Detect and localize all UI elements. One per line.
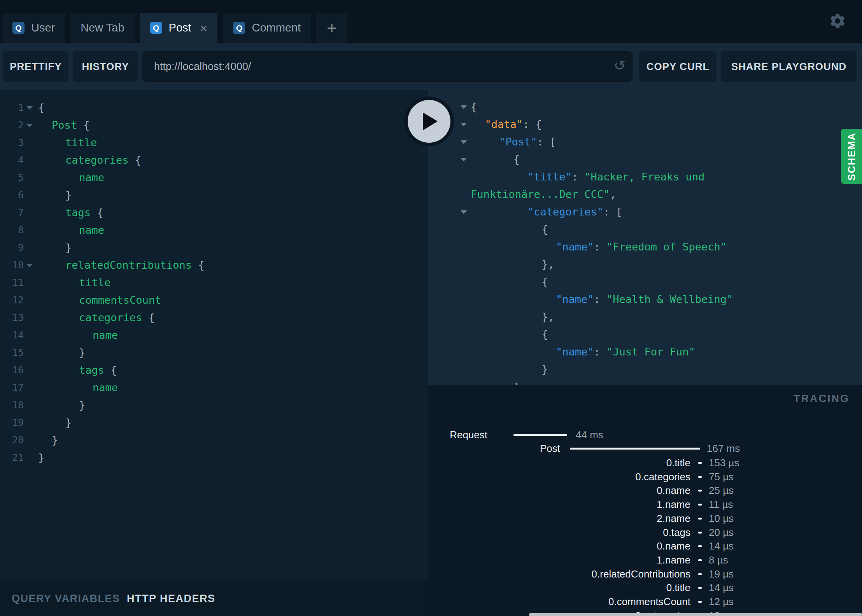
- share-playground-button[interactable]: SHARE PLAYGROUND: [721, 51, 857, 82]
- response-line: {: [428, 326, 862, 343]
- trace-time: 14 µs: [709, 581, 734, 594]
- line-number: 3: [0, 134, 24, 151]
- editor-code: }: [38, 449, 44, 466]
- tab-post[interactable]: QPost×: [140, 13, 218, 43]
- trace-row: 0.name14 µs: [428, 539, 862, 553]
- editor-line: 4categories {: [0, 151, 428, 169]
- editor-code: relatedContributions {: [65, 256, 205, 274]
- tab-user[interactable]: QUser: [2, 13, 65, 43]
- editor-line: 9}: [0, 239, 428, 256]
- editor-code: tags {: [79, 361, 117, 379]
- response-line: "name": "Just For Fun": [428, 343, 862, 360]
- fold-arrow-icon[interactable]: [26, 124, 33, 127]
- response-line: "title": "Hacker, Freaks und: [428, 168, 862, 186]
- response-line: {: [428, 273, 862, 290]
- tab-label: User: [31, 21, 55, 34]
- trace-duration-bar: [570, 448, 700, 450]
- fold-arrow-icon[interactable]: [26, 264, 33, 267]
- trace-label: 0.relatedContributions: [592, 567, 690, 581]
- query-editor-pane[interactable]: 1{2Post {3title4categories {5name6}7tags…: [0, 90, 428, 581]
- trace-time: 12 µs: [709, 595, 734, 608]
- collapse-arrow-icon[interactable]: [461, 105, 467, 109]
- editor-code: name: [93, 326, 118, 344]
- trace-time: 14 µs: [709, 539, 734, 553]
- toolbar: PRETTIFY HISTORY ↺ COPY CURL SHARE PLAYG…: [0, 43, 862, 90]
- endpoint-url-input[interactable]: [142, 51, 632, 82]
- response-line: "name": "Health & Wellbeing": [428, 290, 862, 308]
- trace-time: 11 µs: [709, 498, 733, 511]
- editor-code: Post {: [52, 116, 90, 134]
- line-number: 12: [0, 291, 24, 309]
- collapse-arrow-icon[interactable]: [461, 140, 467, 144]
- tracing-panel: TRACING Request44 msPost167 ms0.title153…: [428, 385, 862, 616]
- response-code: ]: [513, 378, 520, 385]
- collapse-arrow-icon[interactable]: [461, 210, 467, 214]
- copy-curl-button[interactable]: COPY CURL: [639, 51, 717, 82]
- line-number: 2: [0, 116, 24, 134]
- response-line: "data": {: [428, 116, 862, 133]
- trace-duration-bar: [698, 504, 702, 506]
- line-number: 19: [0, 414, 24, 431]
- collapse-arrow-icon[interactable]: [461, 123, 467, 126]
- editor-line: 2Post {: [0, 116, 428, 134]
- trace-duration-bar: [698, 532, 702, 534]
- response-code: "name": "Just For Fun": [556, 343, 695, 360]
- tab-list: QUserNew TabQPost×QComment+: [2, 13, 347, 43]
- editor-code: title: [65, 134, 97, 151]
- tab-new-tab[interactable]: New Tab: [70, 13, 134, 43]
- trace-label: 0.title: [666, 581, 690, 594]
- trace-time: 44 ms: [576, 428, 603, 441]
- response-line: }: [428, 360, 862, 378]
- editor-code: {: [38, 99, 44, 116]
- reload-schema-icon[interactable]: ↺: [614, 57, 625, 75]
- query-variables-tab[interactable]: QUERY VARIABLES: [12, 581, 120, 616]
- trace-duration-bar: [698, 518, 702, 520]
- close-tab-icon[interactable]: ×: [200, 21, 208, 35]
- add-tab-button[interactable]: +: [316, 13, 347, 43]
- trace-time: 25 µs: [709, 484, 734, 497]
- trace-duration-bar: [698, 559, 702, 561]
- schema-side-tab[interactable]: SCHEMA: [841, 129, 862, 184]
- execute-button[interactable]: [404, 96, 454, 146]
- trace-duration-bar: [698, 490, 702, 492]
- editor-code: categories {: [65, 151, 141, 169]
- line-number: 13: [0, 309, 24, 326]
- response-code: "title": "Hacker, Freaks und: [527, 168, 704, 186]
- editor-code: commentsCount: [79, 291, 161, 309]
- response-code: "Post": [: [499, 133, 556, 150]
- http-headers-tab[interactable]: HTTP HEADERS: [127, 581, 216, 616]
- response-pane[interactable]: {"data": {"Post": [{"title": "Hacker, Fr…: [428, 90, 862, 385]
- line-number: 6: [0, 186, 24, 204]
- response-code: {: [542, 220, 548, 238]
- tab-comment[interactable]: QComment: [223, 13, 311, 43]
- editor-footer: QUERY VARIABLES HTTP HEADERS: [0, 581, 428, 616]
- editor-code: }: [65, 414, 72, 431]
- tab-bar: QUserNew TabQPost×QComment+: [0, 0, 862, 43]
- editor-line: 11title: [0, 274, 428, 291]
- query-badge: Q: [12, 22, 25, 34]
- response-line: {: [428, 220, 862, 238]
- tab-label: Comment: [252, 21, 301, 34]
- trace-label: 0.commentsCount: [608, 595, 690, 608]
- trace-row: 1.name8 µs: [428, 553, 862, 567]
- editor-line: 10relatedContributions {: [0, 256, 428, 274]
- line-number: 15: [0, 344, 24, 361]
- history-button[interactable]: HISTORY: [73, 51, 138, 82]
- tab-label: New Tab: [81, 21, 124, 34]
- trace-time: 20 µs: [709, 526, 734, 539]
- response-line: "name": "Freedom of Speech": [428, 238, 862, 256]
- settings-gear-icon[interactable]: [829, 12, 846, 30]
- line-number: 18: [0, 396, 24, 414]
- editor-code: }: [79, 396, 85, 414]
- prettify-button[interactable]: PRETTIFY: [3, 51, 68, 82]
- line-number: 11: [0, 274, 24, 291]
- schema-side-tab-label: SCHEMA: [846, 132, 858, 181]
- response-line: },: [428, 256, 862, 273]
- fold-arrow-icon[interactable]: [26, 106, 33, 110]
- line-number: 10: [0, 256, 24, 274]
- trace-time: 153 µs: [709, 456, 739, 469]
- trace-row: 0.tags20 µs: [428, 526, 862, 539]
- editor-line: 7tags {: [0, 204, 428, 221]
- collapse-arrow-icon[interactable]: [461, 158, 467, 161]
- horizontal-scrollbar[interactable]: [529, 613, 862, 616]
